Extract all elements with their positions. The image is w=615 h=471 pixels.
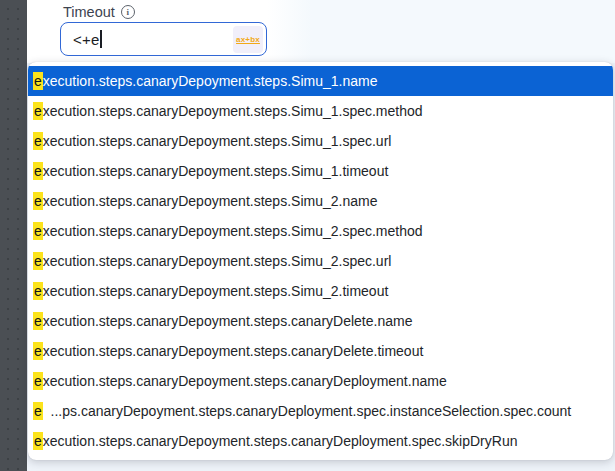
suggestion-text: xecution.steps.canaryDepoyment.steps.Sim…: [43, 253, 392, 269]
pipeline-canvas-background: [0, 0, 27, 471]
match-highlight: e: [33, 162, 43, 180]
timeout-input-value: <+e: [73, 31, 99, 48]
suggestion-item[interactable]: execution.steps.canaryDepoyment.steps.ca…: [28, 336, 613, 366]
suggestion-text: xecution.steps.canaryDepoyment.steps.Sim…: [43, 133, 392, 149]
suggestion-item[interactable]: execution.steps.canaryDepoyment.steps.ca…: [28, 306, 613, 336]
match-highlight: e: [33, 432, 43, 450]
match-highlight: e: [33, 282, 43, 300]
expression-type-badge-icon[interactable]: ax+bx: [233, 26, 263, 53]
suggestion-text: xecution.steps.canaryDepoyment.steps.can…: [43, 313, 413, 329]
match-highlight: e: [33, 102, 43, 120]
suggestion-item[interactable]: execution.steps.canaryDepoyment.steps.Si…: [28, 96, 613, 126]
suggestion-text: xecution.steps.canaryDepoyment.steps.can…: [43, 343, 424, 359]
suggestion-item[interactable]: execution.steps.canaryDepoyment.steps.ca…: [28, 426, 613, 456]
suggestion-text: xecution.steps.canaryDepoyment.steps.can…: [43, 373, 447, 389]
match-highlight: e: [33, 342, 43, 360]
suggestion-item[interactable]: execution.steps.canaryDepoyment.steps.ca…: [28, 366, 613, 396]
suggestion-item[interactable]: execution.steps.canaryDepoyment.steps.Si…: [28, 66, 613, 96]
suggestion-item[interactable]: execution.steps.canaryDepoyment.steps.Si…: [28, 126, 613, 156]
match-highlight: e: [33, 312, 43, 330]
suggestion-item[interactable]: execution.steps.canaryDepoyment.steps.Si…: [28, 246, 613, 276]
suggestion-text: xecution.steps.canaryDepoyment.steps.can…: [43, 433, 518, 449]
timeout-input[interactable]: <+e ax+bx: [60, 22, 267, 56]
match-highlight: e: [33, 72, 43, 90]
suggestion-text: xecution.steps.canaryDepoyment.steps.Sim…: [43, 193, 378, 209]
suggestion-item[interactable]: execution.steps.canaryDepoyment.steps.Si…: [28, 186, 613, 216]
suggestion-text: xecution.steps.canaryDepoyment.steps.Sim…: [43, 283, 389, 299]
suggestion-item[interactable]: execution.steps.canaryDepoyment.steps.Si…: [28, 156, 613, 186]
match-highlight: e: [33, 222, 43, 240]
form-area: Timeout i <+e ax+bx: [27, 0, 615, 63]
timeout-field-label-row: Timeout i: [63, 4, 135, 20]
suggestion-item[interactable]: e ...ps.canaryDepoyment.steps.canaryDepl…: [28, 396, 613, 426]
suggestion-text: xecution.steps.canaryDepoyment.steps.Sim…: [43, 223, 423, 239]
suggestion-item[interactable]: execution.steps.canaryDepoyment.steps.Si…: [28, 216, 613, 246]
suggestion-text: xecution.steps.canaryDepoyment.steps.Sim…: [43, 163, 389, 179]
match-highlight: e: [33, 372, 43, 390]
match-highlight: e: [33, 132, 43, 150]
expression-suggestions-dropdown: execution.steps.canaryDepoyment.steps.Si…: [28, 62, 613, 460]
timeout-label: Timeout: [63, 4, 115, 20]
match-highlight: e: [33, 402, 43, 420]
text-cursor: [100, 30, 102, 48]
suggestion-text: xecution.steps.canaryDepoyment.steps.Sim…: [43, 73, 378, 89]
info-icon[interactable]: i: [121, 5, 135, 19]
suggestion-text: ...ps.canaryDepoyment.steps.canaryDeploy…: [43, 403, 571, 419]
suggestion-text: xecution.steps.canaryDepoyment.steps.Sim…: [43, 103, 423, 119]
match-highlight: e: [33, 192, 43, 210]
suggestion-item[interactable]: execution.steps.canaryDepoyment.steps.Si…: [28, 276, 613, 306]
match-highlight: e: [33, 252, 43, 270]
